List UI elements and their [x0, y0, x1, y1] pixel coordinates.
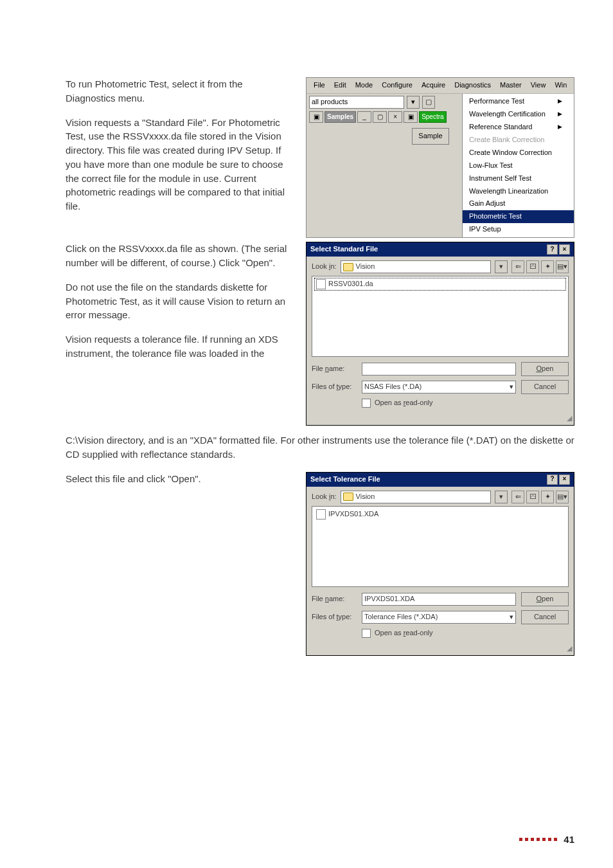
chevron-down-icon[interactable]: ▾ — [407, 96, 420, 109]
new-icon[interactable]: ▢ — [422, 96, 435, 109]
dialog-title: Select Tolerance File — [310, 475, 380, 485]
chevron-down-icon[interactable]: ▾ — [510, 382, 513, 392]
open-button[interactable]: Open — [521, 362, 569, 376]
child-window-spectra[interactable]: Spectra — [419, 111, 446, 123]
file-list[interactable]: IPVXDS01.XDA — [312, 506, 569, 587]
dd-gain-adjust[interactable]: Gain Adjust — [463, 197, 574, 210]
views-icon[interactable]: ▤▾ — [556, 491, 569, 503]
lookin-combo[interactable]: Vision — [341, 260, 491, 273]
dd-ipv-setup[interactable]: IPV Setup — [463, 223, 574, 236]
figure-select-tolerance-file: Select Tolerance File ? × Look in: Visio… — [306, 472, 574, 656]
file-icon — [316, 279, 326, 289]
up-one-level-icon[interactable]: ⮹ — [526, 260, 539, 273]
menu-master[interactable]: Master — [495, 79, 526, 92]
readonly-label: Open as read-only — [375, 628, 433, 638]
close-icon[interactable]: × — [559, 244, 570, 255]
back-icon[interactable]: ⇐ — [511, 491, 524, 503]
dialog-title: Select Standard File — [310, 244, 378, 255]
menu-diagnostics[interactable]: Diagnostics — [450, 79, 495, 92]
dd-create-window-correction[interactable]: Create Window Correction — [463, 147, 574, 159]
file-item[interactable]: RSSV0301.da — [315, 278, 565, 290]
product-combo[interactable]: all products — [309, 96, 404, 109]
file-item[interactable]: IPVXDS01.XDA — [315, 509, 565, 520]
new-folder-icon[interactable]: ✦ — [541, 260, 554, 273]
lookin-label: Look in: — [312, 262, 337, 272]
dd-label: Gain Adjust — [469, 199, 505, 209]
dd-label: IPV Setup — [469, 224, 501, 235]
maximize-icon[interactable]: ▢ — [373, 111, 387, 123]
lookin-combo[interactable]: Vision — [341, 491, 491, 503]
paragraph: Vision requests a "Standard File". For P… — [66, 116, 293, 213]
cancel-button[interactable]: Cancel — [521, 380, 569, 394]
back-icon[interactable]: ⇐ — [511, 260, 524, 273]
dd-label: Instrument Self Test — [469, 174, 531, 184]
folder-icon — [343, 493, 353, 501]
filename-input[interactable] — [362, 363, 516, 375]
paragraph: To run Photometric Test, select it from … — [66, 77, 293, 105]
dd-photometric-test[interactable]: Photometric Test — [463, 210, 574, 223]
menu-view[interactable]: View — [526, 79, 551, 92]
filename-label: File name: — [312, 594, 357, 604]
folder-icon — [343, 263, 353, 271]
lookin-label: Look in: — [312, 492, 337, 502]
dd-label: Reference Standard — [469, 122, 532, 132]
open-button[interactable]: Open — [521, 592, 569, 606]
dd-reference-standard[interactable]: Reference Standard ▶ — [463, 121, 574, 134]
filetype-combo[interactable]: Tolerance Files (*.XDA) ▾ — [362, 611, 516, 624]
menu-acquire[interactable]: Acquire — [417, 79, 450, 92]
filename-input[interactable]: IPVXDS01.XDA — [362, 593, 516, 606]
readonly-checkbox[interactable] — [362, 629, 371, 638]
filetype-value: NSAS Files (*.DA) — [364, 382, 422, 392]
chevron-down-icon[interactable]: ▾ — [495, 491, 508, 503]
up-one-level-icon[interactable]: ⮹ — [526, 491, 539, 503]
views-icon[interactable]: ▤▾ — [556, 260, 569, 273]
new-folder-icon[interactable]: ✦ — [541, 491, 554, 503]
submenu-arrow-icon: ▶ — [551, 110, 562, 118]
dd-performance-test[interactable]: Performance Test ▶ — [463, 95, 574, 108]
submenu-arrow-icon: ▶ — [551, 97, 562, 105]
filetype-label: Files of type: — [312, 382, 357, 392]
dd-instrument-self-test[interactable]: Instrument Self Test — [463, 172, 574, 185]
filetype-label: Files of type: — [312, 612, 357, 622]
filetype-value: Tolerance Files (*.XDA) — [364, 612, 438, 622]
chevron-down-icon[interactable]: ▾ — [495, 260, 508, 273]
lookin-value: Vision — [356, 492, 375, 502]
menu-window[interactable]: Win — [550, 79, 571, 92]
footer-dots-icon — [519, 838, 557, 841]
dd-label: Photometric Test — [469, 212, 522, 222]
resize-grip-icon[interactable]: ◢ — [306, 413, 574, 425]
menu-file[interactable]: File — [309, 79, 330, 92]
child-window-icon[interactable]: ▣ — [404, 111, 418, 123]
minimize-icon[interactable]: _ — [357, 111, 371, 123]
dd-wavelength-linearization[interactable]: Wavelength Linearization — [463, 185, 574, 198]
menu-mode[interactable]: Mode — [351, 79, 378, 92]
menu-configure[interactable]: Configure — [377, 79, 417, 92]
dd-label: Performance Test — [469, 96, 524, 107]
file-icon — [316, 509, 326, 520]
figure-select-standard-file: Select Standard File ? × Look in: Vision… — [306, 242, 574, 426]
menubar: File Edit Mode Configure Acquire Diagnos… — [306, 78, 574, 94]
dd-label: Create Window Correction — [469, 148, 552, 158]
file-list[interactable]: RSSV0301.da — [312, 276, 569, 357]
readonly-checkbox[interactable] — [362, 399, 371, 408]
menu-edit[interactable]: Edit — [330, 79, 351, 92]
help-icon[interactable]: ? — [547, 244, 558, 255]
close-icon[interactable]: × — [559, 475, 570, 485]
cancel-button[interactable]: Cancel — [521, 610, 569, 624]
child-window-icon[interactable]: ▣ — [309, 111, 323, 123]
paragraph: Vision requests a tolerance file. If run… — [66, 332, 293, 361]
filetype-combo[interactable]: NSAS Files (*.DA) ▾ — [362, 381, 516, 393]
help-icon[interactable]: ? — [547, 475, 558, 485]
sample-button[interactable]: Sample — [412, 128, 449, 145]
resize-grip-icon[interactable]: ◢ — [306, 644, 574, 655]
readonly-label: Open as read-only — [375, 398, 433, 408]
submenu-arrow-icon: ▶ — [551, 123, 562, 131]
figure-menu-diagnostics: File Edit Mode Configure Acquire Diagnos… — [306, 77, 574, 238]
dd-low-flux-test[interactable]: Low-Flux Test — [463, 159, 574, 172]
close-icon[interactable]: × — [388, 111, 402, 123]
child-window-title: Samples — [324, 111, 356, 123]
chevron-down-icon[interactable]: ▾ — [510, 612, 513, 622]
paragraph: Click on the RSSVxxxx.da file as shown. … — [66, 242, 293, 270]
dd-wavelength-certification[interactable]: Wavelength Certification ▶ — [463, 108, 574, 121]
dd-label: Wavelength Linearization — [469, 186, 548, 197]
